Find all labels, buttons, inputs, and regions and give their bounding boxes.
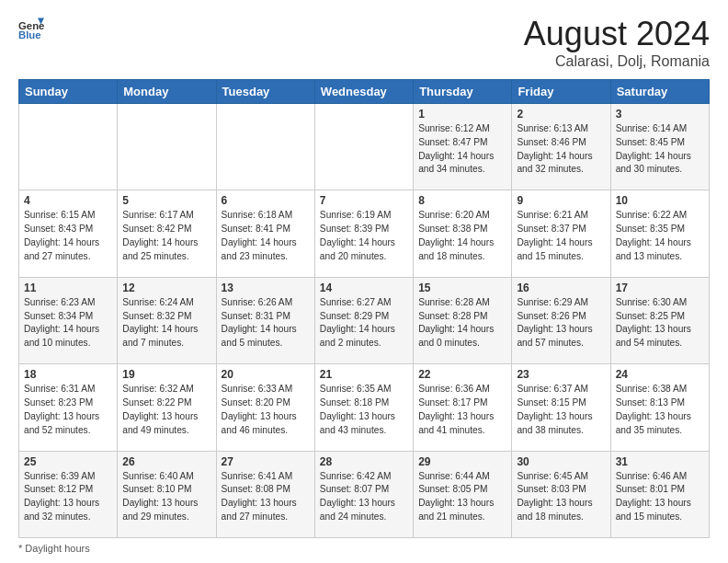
day-info: Sunrise: 6:39 AM Sunset: 8:12 PM Dayligh…	[24, 470, 112, 524]
location: Calarasi, Dolj, Romania	[524, 53, 710, 70]
table-row: 12Sunrise: 6:24 AM Sunset: 8:32 PM Dayli…	[118, 277, 216, 363]
table-row	[314, 104, 413, 190]
day-info: Sunrise: 6:46 AM Sunset: 8:01 PM Dayligh…	[616, 470, 704, 524]
table-row: 28Sunrise: 6:42 AM Sunset: 8:07 PM Dayli…	[314, 451, 413, 537]
table-row: 2Sunrise: 6:13 AM Sunset: 8:46 PM Daylig…	[512, 104, 610, 190]
col-friday: Friday	[512, 80, 610, 104]
day-number: 10	[616, 194, 704, 207]
day-info: Sunrise: 6:40 AM Sunset: 8:10 PM Dayligh…	[122, 470, 210, 524]
svg-text:Blue: Blue	[18, 29, 41, 40]
day-info: Sunrise: 6:33 AM Sunset: 8:20 PM Dayligh…	[222, 383, 310, 437]
table-row: 26Sunrise: 6:40 AM Sunset: 8:10 PM Dayli…	[118, 451, 216, 537]
table-row: 30Sunrise: 6:45 AM Sunset: 8:03 PM Dayli…	[512, 451, 610, 537]
table-row: 21Sunrise: 6:35 AM Sunset: 8:18 PM Dayli…	[314, 364, 413, 451]
day-number: 30	[517, 455, 605, 468]
footer-note-text: Daylight hours	[25, 543, 89, 554]
header-row: Sunday Monday Tuesday Wednesday Thursday…	[19, 80, 710, 104]
table-row: 18Sunrise: 6:31 AM Sunset: 8:23 PM Dayli…	[19, 364, 118, 451]
table-row	[118, 104, 216, 190]
day-number: 11	[24, 282, 112, 294]
day-info: Sunrise: 6:37 AM Sunset: 8:15 PM Dayligh…	[517, 383, 605, 437]
table-row: 6Sunrise: 6:18 AM Sunset: 8:41 PM Daylig…	[216, 190, 314, 277]
table-row	[19, 104, 118, 190]
table-row: 9Sunrise: 6:21 AM Sunset: 8:37 PM Daylig…	[512, 190, 610, 277]
day-number: 15	[418, 282, 506, 294]
day-info: Sunrise: 6:44 AM Sunset: 8:05 PM Dayligh…	[418, 470, 506, 524]
day-info: Sunrise: 6:24 AM Sunset: 8:32 PM Dayligh…	[122, 296, 210, 350]
day-number: 23	[517, 368, 605, 381]
day-info: Sunrise: 6:38 AM Sunset: 8:13 PM Dayligh…	[616, 383, 704, 437]
day-number: 22	[418, 368, 506, 381]
month-year: August 2024	[524, 15, 710, 53]
day-info: Sunrise: 6:31 AM Sunset: 8:23 PM Dayligh…	[24, 383, 112, 437]
table-row: 11Sunrise: 6:23 AM Sunset: 8:34 PM Dayli…	[19, 277, 118, 363]
table-row: 25Sunrise: 6:39 AM Sunset: 8:12 PM Dayli…	[19, 451, 118, 537]
table-row: 10Sunrise: 6:22 AM Sunset: 8:35 PM Dayli…	[610, 190, 709, 277]
day-number: 16	[517, 282, 605, 294]
table-row: 31Sunrise: 6:46 AM Sunset: 8:01 PM Dayli…	[610, 451, 709, 537]
day-info: Sunrise: 6:19 AM Sunset: 8:39 PM Dayligh…	[320, 209, 408, 263]
day-number: 29	[418, 455, 506, 468]
day-info: Sunrise: 6:41 AM Sunset: 8:08 PM Dayligh…	[222, 470, 310, 524]
table-row: 17Sunrise: 6:30 AM Sunset: 8:25 PM Dayli…	[610, 277, 709, 363]
day-number: 1	[418, 108, 506, 121]
table-row: 20Sunrise: 6:33 AM Sunset: 8:20 PM Dayli…	[216, 364, 314, 451]
logo-icon: General Blue	[18, 15, 44, 40]
day-number: 7	[320, 194, 408, 207]
table-row: 23Sunrise: 6:37 AM Sunset: 8:15 PM Dayli…	[512, 364, 610, 451]
day-info: Sunrise: 6:13 AM Sunset: 8:46 PM Dayligh…	[517, 122, 605, 177]
table-row	[216, 104, 314, 190]
table-row: 1Sunrise: 6:12 AM Sunset: 8:47 PM Daylig…	[414, 104, 512, 190]
table-row: 16Sunrise: 6:29 AM Sunset: 8:26 PM Dayli…	[512, 277, 610, 363]
table-row: 15Sunrise: 6:28 AM Sunset: 8:28 PM Dayli…	[414, 277, 512, 363]
day-number: 17	[616, 282, 704, 294]
table-row: 29Sunrise: 6:44 AM Sunset: 8:05 PM Dayli…	[414, 451, 512, 537]
day-info: Sunrise: 6:17 AM Sunset: 8:42 PM Dayligh…	[122, 209, 210, 263]
day-info: Sunrise: 6:30 AM Sunset: 8:25 PM Dayligh…	[616, 296, 704, 350]
calendar-row-5: 25Sunrise: 6:39 AM Sunset: 8:12 PM Dayli…	[19, 451, 710, 537]
col-sunday: Sunday	[19, 80, 118, 104]
day-info: Sunrise: 6:27 AM Sunset: 8:29 PM Dayligh…	[320, 296, 408, 350]
day-info: Sunrise: 6:15 AM Sunset: 8:43 PM Dayligh…	[24, 209, 112, 263]
day-number: 14	[320, 282, 408, 294]
day-info: Sunrise: 6:29 AM Sunset: 8:26 PM Dayligh…	[517, 296, 605, 350]
calendar-row-4: 18Sunrise: 6:31 AM Sunset: 8:23 PM Dayli…	[19, 364, 710, 451]
day-number: 6	[222, 194, 310, 207]
day-info: Sunrise: 6:23 AM Sunset: 8:34 PM Dayligh…	[24, 296, 112, 350]
calendar-table: Sunday Monday Tuesday Wednesday Thursday…	[18, 79, 710, 538]
calendar-row-2: 4Sunrise: 6:15 AM Sunset: 8:43 PM Daylig…	[19, 190, 710, 277]
day-number: 5	[122, 194, 210, 207]
day-number: 3	[616, 108, 704, 121]
logo: General Blue	[18, 15, 44, 40]
day-number: 21	[320, 368, 408, 381]
calendar-row-3: 11Sunrise: 6:23 AM Sunset: 8:34 PM Dayli…	[19, 277, 710, 363]
footer-note: * Daylight hours	[18, 543, 710, 554]
day-info: Sunrise: 6:26 AM Sunset: 8:31 PM Dayligh…	[222, 296, 310, 350]
col-saturday: Saturday	[610, 80, 709, 104]
day-info: Sunrise: 6:12 AM Sunset: 8:47 PM Dayligh…	[418, 122, 506, 177]
day-info: Sunrise: 6:28 AM Sunset: 8:28 PM Dayligh…	[418, 296, 506, 350]
table-row: 14Sunrise: 6:27 AM Sunset: 8:29 PM Dayli…	[314, 277, 413, 363]
day-info: Sunrise: 6:36 AM Sunset: 8:17 PM Dayligh…	[418, 383, 506, 437]
day-number: 25	[24, 455, 112, 468]
table-row: 7Sunrise: 6:19 AM Sunset: 8:39 PM Daylig…	[314, 190, 413, 277]
day-number: 12	[122, 282, 210, 294]
table-row: 5Sunrise: 6:17 AM Sunset: 8:42 PM Daylig…	[118, 190, 216, 277]
day-number: 31	[616, 455, 704, 468]
table-row: 22Sunrise: 6:36 AM Sunset: 8:17 PM Dayli…	[414, 364, 512, 451]
day-number: 13	[222, 282, 310, 294]
day-info: Sunrise: 6:18 AM Sunset: 8:41 PM Dayligh…	[222, 209, 310, 263]
col-monday: Monday	[118, 80, 216, 104]
day-number: 28	[320, 455, 408, 468]
day-number: 20	[222, 368, 310, 381]
day-number: 2	[517, 108, 605, 121]
title-block: August 2024 Calarasi, Dolj, Romania	[524, 15, 710, 70]
col-thursday: Thursday	[414, 80, 512, 104]
page-header: General Blue August 2024 Calarasi, Dolj,…	[18, 15, 710, 70]
table-row: 24Sunrise: 6:38 AM Sunset: 8:13 PM Dayli…	[610, 364, 709, 451]
day-info: Sunrise: 6:21 AM Sunset: 8:37 PM Dayligh…	[517, 209, 605, 263]
calendar-row-1: 1Sunrise: 6:12 AM Sunset: 8:47 PM Daylig…	[19, 104, 710, 190]
day-info: Sunrise: 6:20 AM Sunset: 8:38 PM Dayligh…	[418, 209, 506, 263]
day-number: 27	[222, 455, 310, 468]
table-row: 13Sunrise: 6:26 AM Sunset: 8:31 PM Dayli…	[216, 277, 314, 363]
